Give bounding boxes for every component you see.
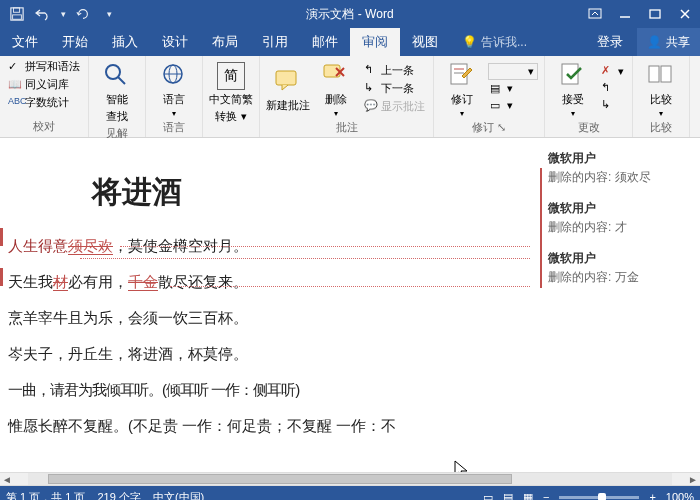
display-dropdown[interactable]: ▾ — [488, 63, 538, 80]
wordcount-indicator[interactable]: 219 个字 — [97, 490, 140, 501]
bulb-icon: 💡 — [462, 35, 477, 49]
tab-layout[interactable]: 布局 — [200, 28, 250, 56]
scroll-thumb[interactable] — [48, 474, 512, 484]
qat-more-icon[interactable]: ▾ — [98, 3, 120, 25]
title-bar: ▾ ▾ 演示文档 - Word — [0, 0, 700, 28]
para-3: 烹羊宰牛且为乐，会须一饮三百杯。 — [4, 300, 540, 336]
ribbon: ✓拼写和语法 📖同义词库 ABC字数统计 校对 智能查找 见解 语言▾ 语言 简… — [0, 56, 700, 138]
save-icon[interactable] — [6, 3, 28, 25]
qat-dropdown-icon[interactable]: ▾ — [58, 3, 68, 25]
tab-references[interactable]: 引用 — [250, 28, 300, 56]
share-button[interactable]: 👤共享 — [637, 28, 700, 56]
tab-review[interactable]: 审阅 — [350, 28, 400, 56]
redo-icon[interactable] — [72, 3, 94, 25]
para-4: 岑夫子，丹丘生，将进酒，杯莫停。 — [4, 336, 540, 372]
spelling-button[interactable]: ✓拼写和语法 — [6, 58, 82, 75]
protect-button[interactable]: 保护▾ — [696, 58, 700, 118]
scroll-left-icon[interactable]: ◄ — [0, 473, 14, 485]
thesaurus-button[interactable]: 📖同义词库 — [6, 76, 82, 93]
revision-item[interactable]: 微软用户 删除的内容: 万金 — [548, 250, 694, 286]
reviewing-pane-button[interactable]: ▭▾ — [488, 98, 538, 114]
para-5: 一曲，请君为我倾耳听。(倾耳听 一作：侧耳听) — [4, 372, 540, 408]
revision-item[interactable]: 微软用户 删除的内容: 才 — [548, 200, 694, 236]
comment-icon — [274, 68, 302, 96]
next-change-button[interactable]: ↳ — [599, 97, 626, 113]
book-icon: 📖 — [8, 78, 22, 92]
para-6: 惟愿长醉不复醒。(不足贵 一作：何足贵；不复醒 一作：不 — [4, 408, 540, 444]
conversion-icon: 简 — [217, 62, 245, 90]
group-comments: 批注 — [266, 118, 427, 136]
reject-button[interactable]: ✗▾ — [599, 63, 626, 79]
delete-comment-button[interactable]: 删除▾ — [314, 58, 358, 118]
minimize-icon[interactable] — [610, 0, 640, 28]
show-markup-button[interactable]: ▤▾ — [488, 81, 538, 97]
maximize-icon[interactable] — [640, 0, 670, 28]
zoom-level[interactable]: 100% — [666, 491, 694, 500]
next-change-icon: ↳ — [601, 98, 615, 112]
track-icon — [448, 62, 476, 90]
accept-icon — [559, 62, 587, 90]
tab-design[interactable]: 设计 — [150, 28, 200, 56]
undo-icon[interactable] — [32, 3, 54, 25]
tab-view[interactable]: 视图 — [400, 28, 450, 56]
scroll-right-icon[interactable]: ► — [686, 473, 700, 485]
new-comment-button[interactable]: 新建批注 — [266, 58, 310, 118]
login-link[interactable]: 登录 — [585, 28, 635, 56]
view-web-icon[interactable]: ▦ — [523, 491, 533, 501]
language-indicator[interactable]: 中文(中国) — [153, 490, 204, 501]
zoom-slider[interactable] — [559, 496, 639, 499]
para-2: 天生我材必有用，千金散尽还复来。 — [4, 264, 540, 300]
delete-icon — [322, 62, 350, 90]
globe-icon — [160, 62, 188, 90]
doc-title: 将进酒 — [4, 150, 540, 228]
next-comment-button[interactable]: ↳下一条 — [362, 80, 427, 97]
document-area: 将进酒 人生得意须尽欢，莫使金樽空对月。 天生我材必有用，千金散尽还复来。 烹羊… — [0, 138, 700, 472]
compare-button[interactable]: 比较▾ — [639, 58, 683, 118]
view-print-icon[interactable]: ▤ — [503, 491, 513, 501]
group-tracking: 修订 ⤡ — [440, 118, 538, 136]
svg-point-6 — [106, 65, 120, 79]
tell-me[interactable]: 💡告诉我... — [450, 28, 539, 56]
ribbon-options-icon[interactable] — [580, 0, 610, 28]
revision-item[interactable]: 微软用户 删除的内容: 须欢尽 — [548, 150, 694, 186]
compare-icon — [647, 62, 675, 90]
accept-button[interactable]: 接受▾ — [551, 58, 595, 118]
magnifier-icon — [103, 62, 131, 90]
reject-icon: ✗ — [601, 64, 615, 78]
svg-line-7 — [118, 77, 125, 84]
check-icon: ✓ — [8, 60, 22, 74]
zoom-out-icon[interactable]: − — [543, 491, 549, 500]
ribbon-tabs: 文件 开始 插入 设计 布局 引用 邮件 审阅 视图 💡告诉我... 登录 👤共… — [0, 28, 700, 56]
wordcount-button[interactable]: ABC字数统计 — [6, 94, 82, 111]
quick-access-toolbar: ▾ ▾ — [0, 3, 120, 25]
prev-comment-button[interactable]: ↰上一条 — [362, 62, 427, 79]
show-comments-button[interactable]: 💬显示批注 — [362, 98, 427, 115]
svg-rect-20 — [661, 66, 671, 82]
cursor-icon — [454, 460, 470, 472]
language-button[interactable]: 语言▾ — [152, 58, 196, 118]
prev-change-button[interactable]: ↰ — [599, 80, 626, 96]
tab-mailings[interactable]: 邮件 — [300, 28, 350, 56]
svg-rect-3 — [589, 9, 601, 18]
prev-change-icon: ↰ — [601, 81, 615, 95]
chinese-conversion-button[interactable]: 简 中文简繁转换 ▾ — [209, 58, 253, 124]
window-title: 演示文档 - Word — [306, 6, 393, 23]
svg-rect-5 — [650, 10, 660, 18]
svg-rect-11 — [276, 71, 296, 85]
track-changes-button[interactable]: 修订▾ — [440, 58, 484, 118]
horizontal-scrollbar[interactable]: ◄ ► — [0, 472, 700, 486]
view-read-icon[interactable]: ▭ — [483, 491, 493, 501]
page-indicator[interactable]: 第 1 页，共 1 页 — [6, 490, 85, 501]
close-icon[interactable] — [670, 0, 700, 28]
smart-lookup-button[interactable]: 智能查找 — [95, 58, 139, 124]
group-changes: 更改 — [551, 118, 626, 136]
tab-insert[interactable]: 插入 — [100, 28, 150, 56]
status-bar: 第 1 页，共 1 页 219 个字 中文(中国) ▭ ▤ ▦ − + 100% — [0, 486, 700, 500]
tab-file[interactable]: 文件 — [0, 28, 50, 56]
next-icon: ↳ — [364, 81, 378, 95]
svg-rect-19 — [649, 66, 659, 82]
zoom-in-icon[interactable]: + — [649, 491, 655, 500]
document-body[interactable]: 将进酒 人生得意须尽欢，莫使金樽空对月。 天生我材必有用，千金散尽还复来。 烹羊… — [0, 138, 540, 472]
tab-home[interactable]: 开始 — [50, 28, 100, 56]
svg-rect-1 — [14, 8, 20, 12]
